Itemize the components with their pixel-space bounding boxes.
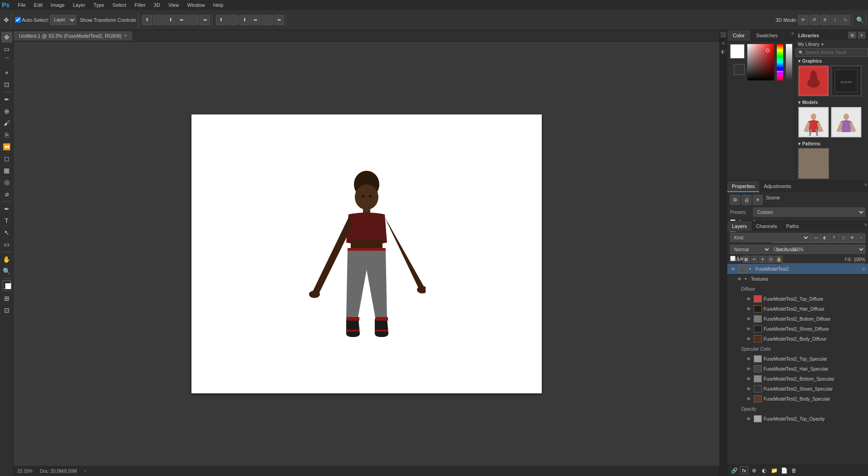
- search-icon[interactable]: 🔍: [856, 16, 864, 24]
- filter-pixel-icon[interactable]: ▭: [812, 233, 820, 242]
- layer-bottom-diffuse[interactable]: 👁 FuseModelTest2_Bottom_Diffuse: [727, 314, 868, 324]
- zoom-tool-btn[interactable]: 🔍: [1, 266, 12, 277]
- layer-top-specular[interactable]: 👁 FuseModelTest2_Top_Specular: [727, 354, 868, 364]
- brightness-slider[interactable]: [786, 44, 792, 80]
- 3d-cube-icon[interactable]: ⬛: [720, 32, 726, 38]
- layer-vis-eye[interactable]: 👁: [745, 296, 752, 302]
- pen-tool-btn[interactable]: ✒: [1, 203, 12, 214]
- color-gradient[interactable]: [747, 44, 774, 80]
- layer-options-icon[interactable]: ⊞: [862, 267, 865, 272]
- adjust-icon[interactable]: ◐: [721, 49, 726, 55]
- layer-hair-specular[interactable]: 👁 FuseModelTest2_Hair_Specular: [727, 364, 868, 374]
- lock-artboard-icon[interactable]: ⊡: [767, 256, 775, 263]
- background-color[interactable]: [734, 64, 745, 75]
- props-panel-collapse[interactable]: ≡: [863, 181, 868, 192]
- model-item-2[interactable]: [831, 107, 862, 138]
- tab-adjustments[interactable]: Adjustments: [759, 181, 796, 192]
- layer-shoes-diffuse[interactable]: 👁 FuseModelTest2_Shoes_Diffuse: [727, 324, 868, 334]
- model-item-1[interactable]: [798, 107, 829, 138]
- lib-grid-btn[interactable]: ⊞: [848, 32, 856, 39]
- menu-help[interactable]: Help: [210, 1, 227, 9]
- menu-select[interactable]: Select: [109, 1, 130, 9]
- dist-top-btn[interactable]: ⬆: [216, 15, 226, 25]
- lock-pixel-icon[interactable]: ▦: [743, 256, 750, 263]
- dist-right-btn[interactable]: ➡: [274, 15, 284, 25]
- layer-textures[interactable]: 👁 ▾ Textures: [727, 274, 868, 284]
- tab-channels[interactable]: Channels: [751, 221, 781, 231]
- menu-layer[interactable]: Layer: [69, 1, 89, 9]
- eraser-tool-btn[interactable]: ◻: [1, 153, 12, 164]
- filter-toggle[interactable]: ○: [857, 233, 865, 242]
- menu-3d[interactable]: 3D: [150, 1, 164, 9]
- layer-vis-eye[interactable]: 👁: [745, 316, 752, 322]
- lock-draw-icon[interactable]: ✏: [751, 256, 758, 263]
- pattern-item-1[interactable]: [798, 148, 829, 179]
- layer-vis-eye[interactable]: 👁: [745, 326, 752, 332]
- dist-left-btn[interactable]: ⬅: [250, 15, 260, 25]
- folder-icon[interactable]: 📁: [770, 466, 778, 475]
- layer-shoes-specular[interactable]: 👁 FuseModelTest2_Shoes_Specular: [727, 384, 868, 394]
- auto-select-checkbox[interactable]: [15, 17, 21, 23]
- layer-vis-eye[interactable]: 👁: [736, 276, 743, 282]
- menu-type[interactable]: Type: [90, 1, 108, 9]
- blur-tool-btn[interactable]: ◎: [1, 177, 12, 188]
- props-print-icon[interactable]: 🖨: [741, 195, 751, 205]
- my-library-label[interactable]: My Library: [798, 42, 819, 47]
- move-tool-btn[interactable]: ✥: [1, 32, 12, 43]
- dist-bottom-btn[interactable]: ⬇: [240, 15, 250, 25]
- path-select-btn[interactable]: ↖: [1, 227, 12, 238]
- eyedropper-tool-btn[interactable]: ✒: [1, 94, 12, 105]
- align-bottom-btn[interactable]: ⬇: [166, 15, 176, 25]
- layer-body-diffuse[interactable]: 👁 FuseModelTest2_Body_Diffuse: [727, 334, 868, 344]
- shape-tool-btn[interactable]: ▭: [1, 239, 12, 250]
- graphic-item-2[interactable]: texture: [831, 65, 862, 96]
- filter-smart-icon[interactable]: ⚙: [848, 233, 856, 242]
- link-icon[interactable]: 🔗: [730, 466, 738, 475]
- layer-select[interactable]: Layer Group: [50, 15, 76, 25]
- lock-all-icon[interactable]: 🔒: [775, 256, 783, 263]
- blend-mode-select[interactable]: Normal: [730, 245, 771, 254]
- tab-properties[interactable]: Properties: [727, 181, 759, 192]
- layer-vis-eye[interactable]: 👁: [745, 356, 752, 362]
- layer-body-specular[interactable]: 👁 FuseModelTest2_Body_Specular: [727, 394, 868, 404]
- menu-view[interactable]: View: [165, 1, 183, 9]
- props-env-icon[interactable]: ☀: [753, 195, 763, 205]
- wand-tool-btn[interactable]: ⌖: [1, 67, 12, 78]
- tab-paths[interactable]: Paths: [782, 221, 804, 231]
- layer-vis-eye[interactable]: 👁: [730, 266, 736, 272]
- preset-select[interactable]: Custom: [753, 208, 865, 217]
- layer-vis-eye[interactable]: 👁: [745, 386, 752, 392]
- 3d-pan-btn[interactable]: ✛: [820, 15, 830, 25]
- align-top-btn[interactable]: ⬆: [142, 15, 152, 25]
- foreground-color[interactable]: [730, 44, 745, 59]
- filter-adjust-icon[interactable]: ◐: [821, 233, 829, 242]
- dodge-tool-btn[interactable]: ⌀: [1, 188, 12, 199]
- layers-panel-collapse[interactable]: ≡: [863, 221, 868, 231]
- menu-file[interactable]: File: [14, 1, 29, 9]
- tab-color[interactable]: Color: [727, 30, 750, 41]
- layer-expand-icon[interactable]: ▾: [749, 267, 754, 271]
- mask-icon[interactable]: ⊕: [750, 466, 758, 475]
- layer-filter-select[interactable]: Kind: [730, 233, 810, 242]
- layer-vis-eye[interactable]: 👁: [745, 366, 752, 372]
- tab-close-btn[interactable]: ×: [124, 33, 127, 38]
- tab-layers[interactable]: Layers: [727, 221, 751, 231]
- library-search-input[interactable]: [805, 50, 865, 55]
- layer-bottom-specular[interactable]: 👁 FuseModelTest2_Bottom_Specular: [727, 374, 868, 384]
- extra-tool-btn[interactable]: ⊞: [1, 293, 12, 304]
- filter-text-icon[interactable]: T: [830, 233, 838, 242]
- layer-vis-eye[interactable]: 👁: [745, 396, 752, 402]
- healing-tool-btn[interactable]: ⊕: [1, 106, 12, 117]
- props-settings-icon[interactable]: ⚙: [730, 195, 740, 205]
- text-tool-btn[interactable]: T: [1, 215, 12, 226]
- dist-mid-btn[interactable]: ⬛: [227, 15, 239, 25]
- gradient-tool-btn[interactable]: ▦: [1, 165, 12, 176]
- menu-filter[interactable]: Filter: [131, 1, 149, 9]
- dist-center-btn[interactable]: ⬛: [261, 15, 273, 25]
- doc-tab[interactable]: Untitled-1 @ 33.3% (FuseModelTest2, RGB/…: [14, 31, 133, 40]
- layer-expand-icon[interactable]: ▾: [745, 277, 749, 281]
- layers-icon[interactable]: ≡: [722, 40, 725, 46]
- delete-layer-icon[interactable]: 🗑: [790, 466, 798, 475]
- adjustment-icon[interactable]: ◐: [760, 466, 768, 475]
- tab-swatches[interactable]: Swatches: [750, 30, 784, 41]
